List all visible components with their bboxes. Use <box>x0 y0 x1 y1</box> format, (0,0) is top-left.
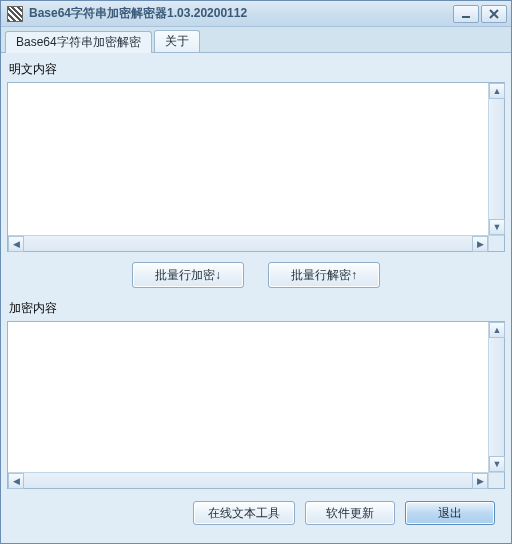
close-button[interactable] <box>481 5 507 23</box>
window-title: Base64字符串加密解密器1.03.20200112 <box>29 5 447 22</box>
plaintext-label: 明文内容 <box>7 59 505 78</box>
scroll-down-icon[interactable]: ▼ <box>489 219 505 235</box>
scroll-corner <box>488 235 504 251</box>
exit-button[interactable]: 退出 <box>405 501 495 525</box>
batch-decrypt-button[interactable]: 批量行解密↑ <box>268 262 380 288</box>
scroll-up-icon[interactable]: ▲ <box>489 83 505 99</box>
title-bar: Base64字符串加密解密器1.03.20200112 <box>1 1 511 27</box>
tab-strip: Base64字符串加密解密 关于 <box>1 27 511 53</box>
window-controls <box>453 5 507 23</box>
svg-rect-0 <box>462 16 470 18</box>
scroll-left-icon[interactable]: ◀ <box>8 236 24 252</box>
scroll-left-icon[interactable]: ◀ <box>8 473 24 489</box>
app-icon <box>7 6 23 22</box>
plaintext-hscrollbar[interactable]: ◀ ▶ <box>8 235 488 251</box>
batch-encrypt-label: 批量行加密↓ <box>155 267 221 284</box>
ciphertext-hscrollbar[interactable]: ◀ ▶ <box>8 472 488 488</box>
tab-about-label: 关于 <box>165 33 189 50</box>
ciphertext-area: ▲ ▼ ◀ ▶ <box>7 321 505 489</box>
ciphertext-input[interactable] <box>8 322 488 472</box>
update-label: 软件更新 <box>326 505 374 522</box>
scroll-right-icon[interactable]: ▶ <box>472 236 488 252</box>
plaintext-area: ▲ ▼ ◀ ▶ <box>7 82 505 252</box>
batch-decrypt-label: 批量行解密↑ <box>291 267 357 284</box>
scroll-up-icon[interactable]: ▲ <box>489 322 505 338</box>
online-tool-label: 在线文本工具 <box>208 505 280 522</box>
scroll-right-icon[interactable]: ▶ <box>472 473 488 489</box>
action-row: 批量行加密↓ 批量行解密↑ <box>7 256 505 294</box>
footer-buttons: 在线文本工具 软件更新 退出 <box>7 493 505 535</box>
tab-main[interactable]: Base64字符串加密解密 <box>5 31 152 53</box>
batch-encrypt-button[interactable]: 批量行加密↓ <box>132 262 244 288</box>
scroll-down-icon[interactable]: ▼ <box>489 456 505 472</box>
app-window: Base64字符串加密解密器1.03.20200112 Base64字符串加密解… <box>0 0 512 544</box>
client-area: 明文内容 ▲ ▼ ◀ ▶ 批量行加密↓ 批量行解密↑ 加密内容 <box>1 53 511 543</box>
minimize-button[interactable] <box>453 5 479 23</box>
tab-main-label: Base64字符串加密解密 <box>16 34 141 51</box>
update-button[interactable]: 软件更新 <box>305 501 395 525</box>
plaintext-input[interactable] <box>8 83 488 235</box>
ciphertext-label: 加密内容 <box>7 298 505 317</box>
ciphertext-vscrollbar[interactable]: ▲ ▼ <box>488 322 504 472</box>
plaintext-vscrollbar[interactable]: ▲ ▼ <box>488 83 504 235</box>
scroll-corner <box>488 472 504 488</box>
exit-label: 退出 <box>438 505 462 522</box>
tab-about[interactable]: 关于 <box>154 30 200 52</box>
online-tool-button[interactable]: 在线文本工具 <box>193 501 295 525</box>
